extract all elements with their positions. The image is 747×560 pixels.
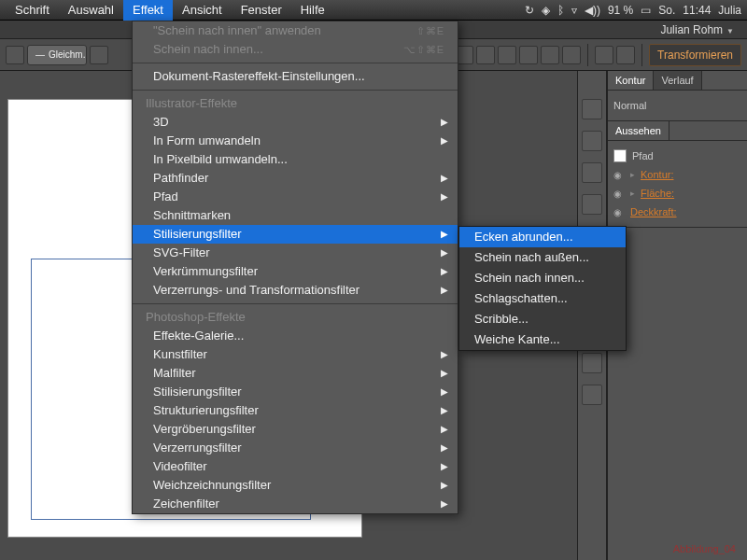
- tab-aussehen[interactable]: Aussehen: [608, 121, 669, 140]
- menu-ill-item-4[interactable]: Pfad▶: [133, 188, 458, 206]
- cloud-user-button[interactable]: Julian Rohm▼: [655, 21, 740, 38]
- panel-icon-symbols[interactable]: [582, 194, 602, 215]
- menu-apply-last: "Schein nach innen" anwenden⇧⌘E: [133, 21, 458, 40]
- submenu-item-2[interactable]: Schein nach innen...: [459, 268, 626, 288]
- system-tray: ↻ ◈ ᛒ ▿ ◀)) 91 % ▭ So. 11:44 Julia: [525, 4, 741, 17]
- menu-auswahl[interactable]: Auswahl: [59, 0, 123, 21]
- panel-icon-graphicstyles[interactable]: [582, 353, 602, 373]
- align-bottom-button[interactable]: [562, 46, 581, 64]
- brush-picker[interactable]: [90, 46, 108, 64]
- submenu-item-3[interactable]: Schlagschatten...: [459, 288, 626, 309]
- submenu-item-1[interactable]: Schein nach außen...: [459, 247, 626, 268]
- visibility-icon[interactable]: ◉: [613, 207, 625, 217]
- menubar: Schrift Auswahl Effekt Ansicht Fenster H…: [0, 0, 747, 21]
- clock-time: 11:44: [683, 4, 711, 17]
- menu-ill-item-5[interactable]: Schnittmarken: [133, 206, 458, 225]
- align-middle-button[interactable]: [541, 46, 559, 64]
- menu-ill-item-7[interactable]: SVG-Filter▶: [133, 244, 458, 262]
- dropbox-icon: ◈: [542, 4, 550, 17]
- figure-label: Abbildung_04: [673, 543, 736, 554]
- menu-hilfe[interactable]: Hilfe: [291, 0, 334, 21]
- menu-ill-item-8[interactable]: Verkrümmungsfilter▶: [133, 262, 458, 281]
- submenu-item-0[interactable]: Ecken abrunden...: [459, 227, 626, 247]
- menu-header-photoshop: Photoshop-Effekte: [133, 308, 458, 327]
- menu-ill-item-2[interactable]: In Pixelbild umwandeln...: [133, 150, 458, 169]
- appearance-object-type: Pfad: [632, 150, 654, 161]
- menu-last-effect: Schein nach innen...⌥⇧⌘E: [133, 40, 458, 59]
- right-panels: Kontur Verlauf Normal Aussehen Pfad ◉▸Ko…: [607, 71, 747, 560]
- bluetooth-icon: ᛒ: [557, 4, 564, 17]
- panel-icon-color[interactable]: [582, 99, 602, 119]
- menu-ansicht[interactable]: Ansicht: [173, 0, 232, 21]
- stilisierungsfilter-submenu: Ecken abrunden...Schein nach außen...Sch…: [458, 226, 627, 351]
- menu-ps-item-8[interactable]: Weichzeichnungsfilter▶: [133, 476, 458, 495]
- wifi-icon: ▿: [571, 4, 577, 17]
- shape-mode-button[interactable]: [595, 46, 613, 64]
- sync-icon: ↻: [525, 4, 534, 17]
- menu-header-illustrator: Illustrator-Effekte: [133, 94, 458, 113]
- submenu-item-4[interactable]: Scribble...: [459, 309, 626, 329]
- menu-ps-item-4[interactable]: Strukturierungsfilter▶: [133, 401, 458, 420]
- clock-day: So.: [658, 4, 675, 17]
- effekt-dropdown: "Schein nach innen" anwenden⇧⌘E Schein n…: [132, 21, 458, 514]
- battery-percent: 91 %: [608, 4, 633, 17]
- submenu-item-5[interactable]: Weiche Kante...: [459, 329, 626, 350]
- appearance-thumb: [613, 149, 627, 162]
- appearance-fill-row[interactable]: Fläche:: [641, 188, 674, 199]
- align-top-button[interactable]: [519, 46, 538, 64]
- blend-mode-value[interactable]: Normal: [613, 100, 646, 111]
- transform-button[interactable]: Transformieren: [649, 44, 741, 66]
- visibility-icon[interactable]: ◉: [613, 189, 625, 199]
- menu-ill-item-6[interactable]: Stilisierungsfilter▶: [133, 225, 458, 244]
- align-center-button[interactable]: [476, 46, 495, 64]
- menu-ps-item-9[interactable]: Zeichenfilter▶: [133, 495, 458, 513]
- panel-icon-swatches[interactable]: [582, 131, 602, 151]
- align-right-button[interactable]: [498, 46, 516, 64]
- isolate-button[interactable]: [616, 46, 635, 64]
- menu-ps-item-6[interactable]: Verzerrungsfilter▶: [133, 439, 458, 457]
- menu-ill-item-1[interactable]: In Form umwandeln▶: [133, 132, 458, 150]
- panel-icon-brushes[interactable]: [582, 162, 602, 183]
- menu-schrift[interactable]: Schrift: [6, 0, 59, 21]
- panel-icon-layers[interactable]: [582, 385, 602, 405]
- volume-icon: ◀)): [585, 4, 600, 17]
- menu-effekt[interactable]: Effekt: [123, 0, 173, 21]
- menu-ps-item-0[interactable]: Effekte-Galerie...: [133, 327, 458, 345]
- visibility-icon[interactable]: ◉: [613, 170, 625, 180]
- menu-ill-item-0[interactable]: 3D▶: [133, 113, 458, 132]
- menu-ill-item-3[interactable]: Pathfinder▶: [133, 169, 458, 188]
- menu-ps-item-5[interactable]: Vergröberungsfilter▶: [133, 420, 458, 439]
- battery-icon: ▭: [641, 4, 651, 17]
- menu-ill-item-9[interactable]: Verzerrungs- und Transformationsfilter▶: [133, 281, 458, 300]
- menu-ps-item-1[interactable]: Kunstfilter▶: [133, 345, 458, 364]
- menu-raster-settings[interactable]: Dokument-Rastereffekt-Einstellungen...: [133, 67, 458, 86]
- tab-verlauf[interactable]: Verlauf: [654, 71, 701, 90]
- user-short: Julia: [718, 4, 741, 17]
- menu-ps-item-2[interactable]: Malfilter▶: [133, 364, 458, 383]
- menu-fenster[interactable]: Fenster: [232, 0, 291, 21]
- menu-ps-item-7[interactable]: Videofilter▶: [133, 457, 458, 476]
- tab-kontur[interactable]: Kontur: [608, 71, 654, 90]
- stroke-swatch[interactable]: [6, 46, 24, 64]
- menu-ps-item-3[interactable]: Stilisierungsfilter▶: [133, 383, 458, 401]
- appearance-stroke-row[interactable]: Kontur:: [641, 169, 673, 180]
- stroke-profile-dropdown[interactable]: —Gleichm.: [27, 45, 87, 65]
- appearance-opacity-row[interactable]: Deckkraft:: [630, 206, 677, 217]
